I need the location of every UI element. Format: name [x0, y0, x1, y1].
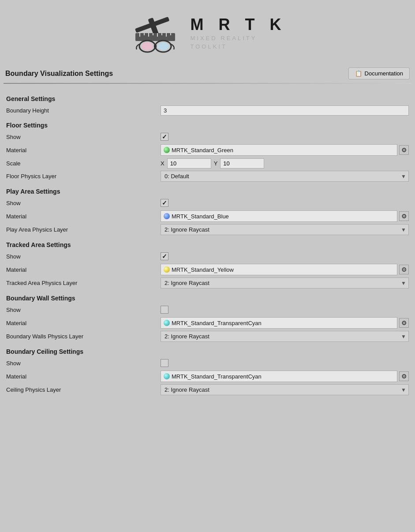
- ceiling-material-dot: [164, 373, 170, 379]
- play-physics-select-wrapper: 0: Default 1: TransparentFX 2: Ignore Ra…: [161, 224, 409, 235]
- wall-material-value: MRTK_Standard_TransparentCyan ⚙: [161, 317, 409, 329]
- wall-physics-select-wrapper: 0: Default 1: TransparentFX 2: Ignore Ra…: [161, 331, 409, 342]
- play-show-checkbox[interactable]: [161, 199, 168, 207]
- wall-physics-row: Boundary Walls Physics Layer 0: Default …: [6, 331, 409, 342]
- svg-rect-2: [135, 33, 175, 41]
- tracked-area-settings-title: Tracked Area Settings: [6, 241, 409, 248]
- brand-sub1: MIXED REALITY: [191, 34, 287, 43]
- tracked-material-value: MRTK_Standard_Yellow ⚙: [161, 264, 409, 275]
- doc-icon: 📋: [355, 70, 362, 77]
- ceiling-physics-label: Ceiling Physics Layer: [6, 386, 161, 393]
- tracked-physics-select[interactable]: 0: Default 1: TransparentFX 2: Ignore Ra…: [161, 277, 409, 288]
- svg-point-12: [142, 42, 153, 50]
- main-content: General Settings Boundary Height Floor S…: [0, 84, 415, 403]
- play-physics-value: 0: Default 1: TransparentFX 2: Ignore Ra…: [161, 224, 409, 235]
- wall-show-label: Show: [6, 307, 161, 313]
- svg-point-14: [157, 42, 169, 50]
- boundary-height-label: Boundary Height: [6, 107, 161, 114]
- play-material-field[interactable]: MRTK_Standard_Blue: [161, 210, 397, 222]
- wall-show-row: Show: [6, 304, 409, 315]
- play-physics-row: Play Area Physics Layer 0: Default 1: Tr…: [6, 224, 409, 235]
- general-settings-title: General Settings: [6, 95, 409, 102]
- floor-scale-y-label: Y: [214, 160, 218, 167]
- play-material-name: MRTK_Standard_Blue: [172, 213, 229, 220]
- floor-material-label: Material: [6, 147, 161, 154]
- ceiling-show-checkbox[interactable]: [161, 359, 168, 367]
- floor-material-field[interactable]: MRTK_Standard_Green: [161, 144, 397, 156]
- tracked-material-row: Material MRTK_Standard_Yellow ⚙: [6, 264, 409, 275]
- floor-scale-value: X Y: [161, 158, 409, 169]
- floor-physics-label: Floor Physics Layer: [6, 173, 161, 180]
- wall-material-gear[interactable]: ⚙: [399, 318, 409, 328]
- tracked-physics-value: 0: Default 1: TransparentFX 2: Ignore Ra…: [161, 277, 409, 288]
- floor-show-row: Show: [6, 131, 409, 142]
- header: M R T K MIXED REALITY TOOLKIT: [0, 0, 415, 64]
- ceiling-material-field[interactable]: MRTK_Standard_TransparentCyan: [161, 371, 397, 382]
- tracked-material-gear[interactable]: ⚙: [399, 265, 409, 274]
- play-material-row: Material MRTK_Standard_Blue ⚙: [6, 210, 409, 222]
- brand-text: M R T K MIXED REALITY TOOLKIT: [191, 15, 287, 51]
- wall-material-row: Material MRTK_Standard_TransparentCyan ⚙: [6, 317, 409, 329]
- floor-scale-x-input[interactable]: [167, 158, 211, 169]
- tracked-show-checkbox[interactable]: [161, 252, 168, 260]
- play-show-row: Show: [6, 198, 409, 208]
- ceiling-material-gear[interactable]: ⚙: [399, 371, 409, 381]
- boundary-ceiling-settings-title: Boundary Ceiling Settings: [6, 348, 409, 355]
- floor-show-label: Show: [6, 134, 161, 140]
- boundary-height-input[interactable]: [161, 105, 409, 116]
- mrtk-logo: [129, 9, 182, 57]
- floor-settings-title: Floor Settings: [6, 122, 409, 129]
- tracked-physics-select-wrapper: 0: Default 1: TransparentFX 2: Ignore Ra…: [161, 277, 409, 288]
- svg-rect-16: [154, 45, 157, 48]
- brand-sub2: TOOLKIT: [191, 42, 287, 51]
- play-material-value: MRTK_Standard_Blue ⚙: [161, 210, 409, 222]
- wall-material-field[interactable]: MRTK_Standard_TransparentCyan: [161, 317, 397, 329]
- wall-physics-value: 0: Default 1: TransparentFX 2: Ignore Ra…: [161, 331, 409, 342]
- wall-physics-select[interactable]: 0: Default 1: TransparentFX 2: Ignore Ra…: [161, 331, 409, 342]
- play-show-value: [161, 199, 409, 207]
- tracked-material-label: Material: [6, 266, 161, 273]
- tracked-show-label: Show: [6, 253, 161, 260]
- ceiling-show-row: Show: [6, 358, 409, 368]
- play-material-gear[interactable]: ⚙: [399, 211, 409, 221]
- wall-material-label: Material: [6, 320, 161, 326]
- ceiling-physics-select[interactable]: 0: Default 1: TransparentFX 2: Ignore Ra…: [161, 384, 409, 395]
- play-show-label: Show: [6, 200, 161, 206]
- ceiling-material-label: Material: [6, 373, 161, 380]
- wall-show-value: [161, 306, 409, 314]
- floor-physics-row: Floor Physics Layer 0: Default 1: Transp…: [6, 171, 409, 182]
- ceiling-physics-value: 0: Default 1: TransparentFX 2: Ignore Ra…: [161, 384, 409, 395]
- floor-scale-row: Scale X Y: [6, 158, 409, 169]
- boundary-height-row: Boundary Height: [6, 105, 409, 116]
- floor-material-row: Material MRTK_Standard_Green ⚙: [6, 144, 409, 156]
- floor-scale-x-label: X: [161, 160, 165, 167]
- wall-material-name: MRTK_Standard_TransparentCyan: [172, 320, 262, 326]
- boundary-height-value: [161, 105, 409, 116]
- play-physics-label: Play Area Physics Layer: [6, 226, 161, 233]
- wall-show-checkbox[interactable]: [161, 306, 168, 314]
- tracked-material-field[interactable]: MRTK_Standard_Yellow: [161, 264, 397, 275]
- floor-material-gear[interactable]: ⚙: [399, 145, 409, 155]
- tracked-physics-row: Tracked Area Physics Layer 0: Default 1:…: [6, 277, 409, 288]
- boundary-wall-settings-title: Boundary Wall Settings: [6, 295, 409, 302]
- floor-scale-inputs: X Y: [161, 158, 409, 169]
- page-title: Boundary Visualization Settings: [5, 70, 113, 78]
- wall-material-dot: [164, 320, 170, 326]
- floor-show-checkbox[interactable]: [161, 133, 168, 141]
- play-area-settings-title: Play Area Settings: [6, 188, 409, 195]
- wall-physics-label: Boundary Walls Physics Layer: [6, 333, 161, 340]
- title-bar: Boundary Visualization Settings 📋 Docume…: [0, 64, 415, 83]
- floor-physics-select[interactable]: 0: Default 1: TransparentFX 2: Ignore Ra…: [161, 171, 409, 182]
- ceiling-show-label: Show: [6, 360, 161, 367]
- floor-material-dot: [164, 147, 170, 153]
- play-physics-select[interactable]: 0: Default 1: TransparentFX 2: Ignore Ra…: [161, 224, 409, 235]
- floor-material-value: MRTK_Standard_Green ⚙: [161, 144, 409, 156]
- brand-title: M R T K: [191, 15, 287, 34]
- ceiling-material-value: MRTK_Standard_TransparentCyan ⚙: [161, 371, 409, 382]
- play-material-dot: [164, 213, 170, 219]
- floor-scale-y-input[interactable]: [220, 158, 264, 169]
- ceiling-physics-select-wrapper: 0: Default 1: TransparentFX 2: Ignore Ra…: [161, 384, 409, 395]
- floor-physics-select-wrapper: 0: Default 1: TransparentFX 2: Ignore Ra…: [161, 171, 409, 182]
- doc-button-label: Documentation: [365, 70, 403, 77]
- documentation-button[interactable]: 📋 Documentation: [348, 67, 410, 79]
